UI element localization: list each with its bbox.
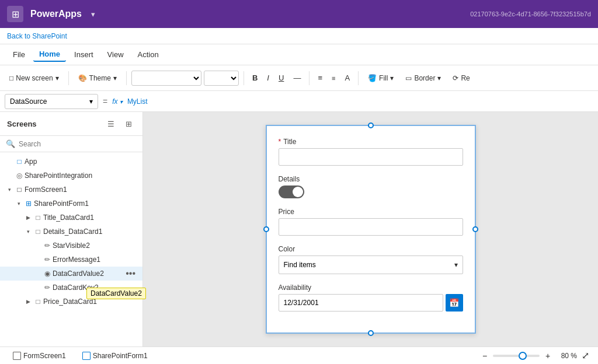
sidebar-tree: □ App ◎ SharePointIntegration ▾ □ FormSc… xyxy=(0,152,142,346)
re-label: Re xyxy=(461,74,470,82)
details-field-container: Details xyxy=(279,175,463,198)
formula-input[interactable] xyxy=(127,97,593,106)
handle-top[interactable] xyxy=(368,123,374,128)
error-icon: ✏ xyxy=(42,256,53,264)
tree-item-errormessage1[interactable]: ✏ ErrorMessage1 xyxy=(0,253,142,267)
menu-home[interactable]: Home xyxy=(33,47,66,62)
title-chevron[interactable]: ▾ xyxy=(91,10,95,19)
starvisible-icon: ✏ xyxy=(42,242,53,250)
search-input[interactable] xyxy=(19,140,137,148)
underline-button[interactable]: U xyxy=(275,71,287,85)
apps-icon[interactable]: ⊞ xyxy=(7,6,23,22)
theme-button[interactable]: 🎨 Theme ▾ xyxy=(74,72,121,85)
title-field-container: * Title xyxy=(279,138,463,166)
font-color-button[interactable]: A xyxy=(341,71,353,85)
tree-item-app[interactable]: □ App xyxy=(0,155,142,169)
handle-bottom[interactable] xyxy=(368,330,374,336)
formula-fx[interactable]: fx ▾ xyxy=(112,97,123,106)
fx-label: fx xyxy=(112,97,117,106)
zoom-thumb[interactable] xyxy=(519,352,527,360)
expand-formscreen[interactable]: ▾ xyxy=(5,187,14,192)
details-card-icon: □ xyxy=(33,228,43,236)
datacardvalue-icon: ◉ xyxy=(42,270,53,278)
menu-view[interactable]: View xyxy=(102,48,130,61)
color-field-container: Color Find items ▾ xyxy=(279,245,463,274)
sidebar-list-view-button[interactable]: ☰ xyxy=(104,117,118,131)
sidebar-icon-group: ☰ ⊞ xyxy=(104,117,135,131)
tree-item-formscreen1[interactable]: ▾ □ FormScreen1 xyxy=(0,183,142,197)
color-dropdown-value: Find items xyxy=(284,261,316,269)
zoom-plus-button[interactable]: + xyxy=(542,350,554,362)
new-screen-button[interactable]: □ New screen ▾ xyxy=(5,72,64,85)
form-icon: ⊞ xyxy=(23,200,34,208)
formula-bar: DataSource ▾ = fx ▾ xyxy=(0,91,598,112)
menu-bar: File Home Insert View Action xyxy=(0,44,598,65)
menu-insert[interactable]: Insert xyxy=(68,48,99,61)
tree-item-datacardvalue2[interactable]: ◉ DataCardValue2 ••• xyxy=(0,267,142,281)
fit-screen-button[interactable]: ⤢ xyxy=(579,350,591,362)
re-button[interactable]: ⟳ Re xyxy=(448,72,474,85)
handle-right[interactable] xyxy=(472,226,478,232)
price-input[interactable] xyxy=(279,218,463,236)
main-area: Screens ☰ ⊞ 🔍 □ App ◎ SharePointIntegrat… xyxy=(0,112,598,346)
zoom-minus-button[interactable]: − xyxy=(479,350,491,362)
formula-equals: = xyxy=(103,97,107,106)
fill-button[interactable]: 🪣 Fill ▾ xyxy=(363,72,398,85)
strikethrough-button[interactable]: — xyxy=(290,71,304,85)
expand-title-card[interactable]: ▶ xyxy=(23,215,33,220)
separator-1 xyxy=(68,71,69,85)
datasource-chevron: ▾ xyxy=(89,97,93,106)
app-id: 02170763-9e2c-4d71-8656-7f3232515b7d xyxy=(470,10,591,18)
font-size-dropdown[interactable] xyxy=(204,71,239,86)
date-input[interactable] xyxy=(279,294,443,312)
sharepoint-link[interactable]: Back to SharePoint xyxy=(7,32,67,40)
expand-details-card[interactable]: ▾ xyxy=(23,229,33,235)
expand-form[interactable]: ▾ xyxy=(14,201,23,206)
sharepointform1-label: SharePointForm1 xyxy=(93,352,148,360)
dropdown-chevron-icon: ▾ xyxy=(454,261,458,269)
integration-icon: ◎ xyxy=(14,172,25,180)
re-icon: ⟳ xyxy=(453,74,458,82)
errormessage-label: ErrorMessage1 xyxy=(53,256,138,264)
tree-item-title-card[interactable]: ▶ □ Title_DataCard1 xyxy=(0,211,142,225)
sharepointform1-tab[interactable]: SharePointForm1 xyxy=(77,351,154,361)
align-left-button[interactable]: ≡ xyxy=(314,71,326,85)
card-icon: □ xyxy=(33,214,43,222)
menu-file[interactable]: File xyxy=(7,48,31,61)
availability-label: Availability xyxy=(279,284,463,292)
zoom-slider[interactable] xyxy=(493,355,540,357)
calendar-button[interactable]: 📅 xyxy=(446,294,463,312)
form-panel[interactable]: * Title Details Price xyxy=(266,125,476,334)
tree-item-sharepointform1[interactable]: ▾ ⊞ SharePointForm1 xyxy=(0,197,142,211)
handle-left[interactable] xyxy=(263,226,269,232)
italic-button[interactable]: I xyxy=(263,71,273,85)
separator-2 xyxy=(126,71,127,85)
expand-price-card[interactable]: ▶ xyxy=(23,299,33,304)
price-card-icon: □ xyxy=(33,298,43,306)
sidebar-search-container: 🔍 xyxy=(0,136,142,152)
details-toggle[interactable] xyxy=(279,186,304,198)
sidebar-header: Screens ☰ ⊞ xyxy=(0,112,142,136)
more-options-button[interactable]: ••• xyxy=(123,268,138,279)
color-dropdown[interactable]: Find items ▾ xyxy=(279,256,463,274)
separator-3 xyxy=(244,71,244,85)
toggle-knob xyxy=(293,187,303,197)
sidebar-title: Screens xyxy=(7,120,37,128)
font-family-dropdown[interactable] xyxy=(131,71,201,86)
tree-item-sharepoint-integration[interactable]: ◎ SharePointIntegration xyxy=(0,169,142,183)
fill-label: Fill xyxy=(379,74,388,82)
tree-item-starvisible2[interactable]: ✏ StarVisible2 xyxy=(0,239,142,253)
align-center-button[interactable]: ≡ xyxy=(328,72,339,84)
sidebar: Screens ☰ ⊞ 🔍 □ App ◎ SharePointIntegrat… xyxy=(0,112,143,346)
bold-button[interactable]: B xyxy=(249,71,261,85)
datasource-selector[interactable]: DataSource ▾ xyxy=(5,94,98,109)
formscreen1-tab[interactable]: FormScreen1 xyxy=(7,351,72,361)
border-button[interactable]: ▭ Border ▾ xyxy=(401,72,446,85)
tree-item-details-card[interactable]: ▾ □ Details_DataCard1 xyxy=(0,225,142,239)
title-input[interactable] xyxy=(279,148,463,166)
menu-action[interactable]: Action xyxy=(132,48,165,61)
sidebar-grid-view-button[interactable]: ⊞ xyxy=(121,117,135,131)
fill-chevron: ▾ xyxy=(390,74,394,82)
details-card-label: Details_DataCard1 xyxy=(43,228,138,236)
title-label: * Title xyxy=(279,138,463,146)
